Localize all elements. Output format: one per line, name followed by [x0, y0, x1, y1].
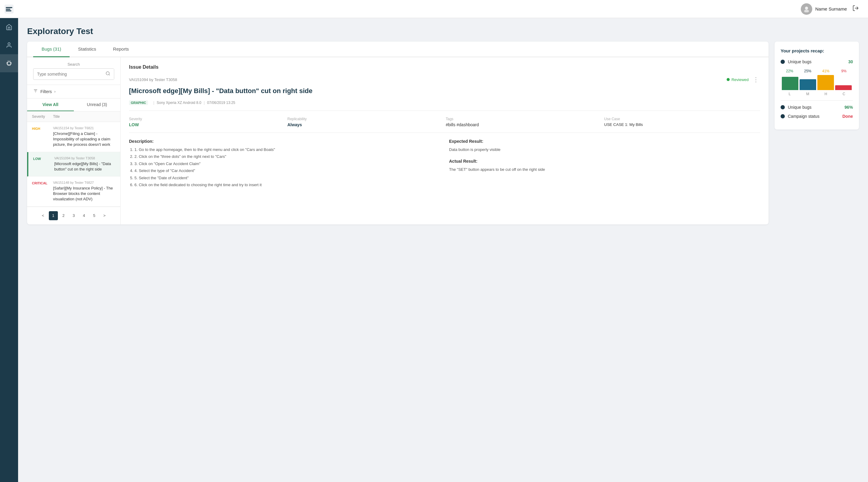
content-area: Bugs (31) Statistics Reports Search: [18, 41, 868, 233]
bar-m: [800, 79, 816, 90]
chart-pct-row: 22% 25% 41% 9%: [781, 69, 853, 73]
expected-heading: Expected Result:: [449, 139, 760, 144]
svg-point-1: [804, 10, 809, 12]
tab-bugs[interactable]: Bugs (31): [33, 41, 70, 57]
filter-label: Filters: [40, 89, 52, 94]
issue-content: Description: 1. Go to the app homepage, …: [129, 139, 760, 189]
recap-item-campaign-status: Campaign status Done: [781, 114, 853, 119]
recap-value: 30: [848, 59, 853, 64]
filters-row[interactable]: Filters ›: [27, 85, 120, 98]
avatar: [801, 3, 812, 15]
step-5: 5. Select the "Date of Accident": [134, 175, 440, 181]
svg-rect-5: [6, 8, 10, 9]
divider: [781, 100, 853, 101]
subtab-unread[interactable]: Unread (3): [74, 98, 121, 111]
issue-device: Sony Xperia XZ Android 8.0: [157, 101, 201, 105]
side-card-title: Your projects recap:: [781, 48, 853, 53]
filter-chevron-icon: ›: [54, 90, 56, 94]
chart-labels: L M H C: [781, 92, 853, 96]
recap-dot: [781, 60, 785, 64]
search-submit-button[interactable]: [102, 69, 114, 79]
bug-title: [Safari][My Insurance Policy] - The Brow…: [53, 186, 116, 202]
svg-point-8: [106, 72, 110, 75]
issue-more-button[interactable]: ⋮: [752, 76, 760, 83]
tab-statistics[interactable]: Statistics: [70, 41, 104, 57]
user-name: Name Surname: [815, 6, 847, 11]
column-headers: Severity Title: [27, 111, 120, 122]
bug-item[interactable]: LOW VAI151094 by Tester T3058 [Microsoft…: [27, 152, 120, 176]
issue-fields: Severity LOW Replicability Always Tags #…: [129, 117, 760, 133]
sidebar-item-bug[interactable]: [0, 54, 18, 72]
recap-label: Campaign status: [788, 114, 819, 119]
side-card: Your projects recap: Unique bugs 30 22% …: [775, 41, 859, 130]
results-section: Expected Result: Data button is properly…: [449, 139, 760, 189]
bar-c: [835, 85, 852, 90]
bug-item[interactable]: CRITICAL VAI151148 by Tester T6827 [Safa…: [27, 176, 120, 207]
svg-line-9: [109, 74, 110, 75]
left-panel: Search Filters: [27, 57, 121, 224]
pagination-prev[interactable]: <: [38, 211, 48, 220]
bug-id-tester: VAI151148 by Tester T6827: [53, 181, 116, 184]
pagination-page-4[interactable]: 4: [80, 211, 89, 220]
recap-dot: [781, 105, 785, 109]
issue-meta: GRAPHIC | Sony Xperia XZ Android 8.0 | 0…: [129, 100, 760, 111]
issue-date: 07/06/2019 13:25: [207, 101, 235, 105]
bug-info: VAI151148 by Tester T6827 [Safari][My In…: [53, 181, 116, 202]
expected-text: Data button is properly visible: [449, 147, 760, 153]
svg-rect-6: [6, 10, 11, 11]
step-4: 4. Select the type of "Car Accident": [134, 168, 440, 174]
pagination: < 1 2 3 4 5 >: [27, 207, 120, 224]
pagination-page-5[interactable]: 5: [90, 211, 99, 220]
issue-status: Reviewed: [727, 77, 749, 82]
chart-pct-m: 25%: [800, 69, 815, 73]
pagination-next[interactable]: >: [100, 211, 109, 220]
search-area: Search: [27, 57, 120, 85]
field-usecase: Use Case USE CASE 1: My Bills: [604, 117, 761, 127]
chart-bars: [782, 75, 852, 90]
description-section: Description: 1. Go to the app homepage, …: [129, 139, 440, 189]
tabs-bar: Bugs (31) Statistics Reports: [27, 41, 769, 57]
bug-severity-badge: CRITICAL: [32, 181, 50, 185]
description-heading: Description:: [129, 139, 440, 144]
bug-item[interactable]: HIGH VAI151154 by Tester T6821 [Chrome][…: [27, 122, 120, 152]
search-label: Search: [33, 62, 114, 67]
logout-icon[interactable]: [852, 5, 859, 13]
tab-reports[interactable]: Reports: [104, 41, 137, 57]
svg-point-0: [805, 7, 808, 10]
right-panel: Issue Details VAI151094 by Tester T3058 …: [121, 57, 769, 224]
actual-text: The "SET" button appears to be cut off o…: [449, 167, 760, 173]
subtab-view-all[interactable]: View All: [27, 98, 74, 111]
pagination-page-1[interactable]: 1: [49, 211, 58, 220]
recap-item-unique-bugs-pct: Unique bugs 96%: [781, 105, 853, 110]
chart-pct-c: 9%: [836, 69, 851, 73]
bug-title: [Chrome][Filing a Claim] - Impossibility…: [53, 131, 116, 148]
search-input[interactable]: [33, 69, 102, 79]
actual-heading: Actual Result:: [449, 159, 760, 164]
bug-id-tester: VAI151154 by Tester T6821: [53, 126, 116, 130]
field-severity: Severity LOW: [129, 117, 285, 127]
chart-label-l: L: [782, 92, 797, 96]
issue-tag: GRAPHIC: [129, 100, 148, 105]
chart-pct-l: 22%: [782, 69, 797, 73]
col-title-header: Title: [53, 115, 116, 119]
step-2: 2. Click on the "three dots" on the righ…: [134, 154, 440, 160]
chart-label-c: C: [836, 92, 851, 96]
sub-tabs: View All Unread (3): [27, 98, 120, 111]
search-box: [33, 68, 114, 80]
recap-label: Unique bugs: [788, 59, 812, 64]
field-tags: Tags #bills #dashboard: [446, 117, 602, 127]
pagination-page-2[interactable]: 2: [59, 211, 68, 220]
issue-id-tester: VAI151094 by Tester T3058: [129, 77, 177, 82]
sidebar-item-home[interactable]: [0, 18, 18, 36]
chart-pct-h: 41%: [818, 69, 833, 73]
bug-info: VAI151154 by Tester T6821 [Chrome][Filin…: [53, 126, 116, 148]
bug-list: HIGH VAI151154 by Tester T6821 [Chrome][…: [27, 122, 120, 207]
sidebar: [0, 0, 18, 482]
sidebar-logo: [0, 0, 18, 18]
recap-item-unique-bugs: Unique bugs 30: [781, 59, 853, 64]
chart-label-h: H: [818, 92, 833, 96]
description-steps: 1. Go to the app homepage, then to the r…: [129, 147, 440, 188]
pagination-page-3[interactable]: 3: [69, 211, 79, 220]
sidebar-item-user[interactable]: [0, 36, 18, 54]
step-6: 6. Click on the field dedicated to choos…: [134, 182, 440, 188]
